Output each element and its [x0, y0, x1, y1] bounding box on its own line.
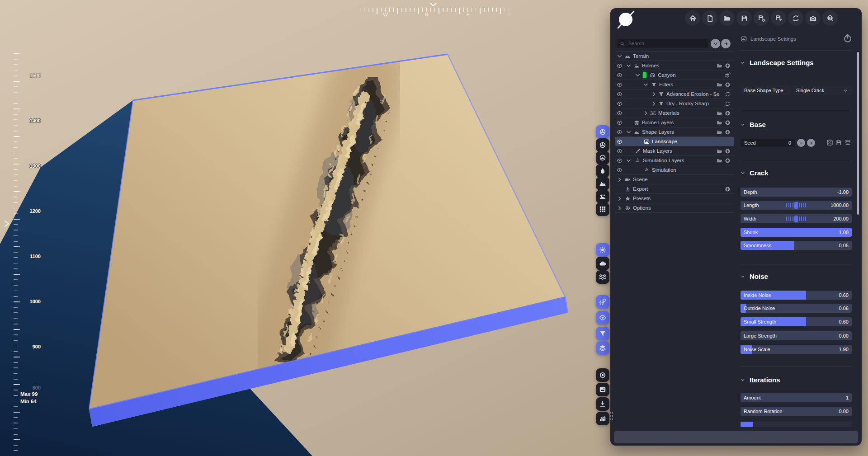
tree-item-simulation[interactable]: Simulation: [615, 165, 734, 174]
inspector-scrollbar[interactable]: [857, 52, 859, 215]
eye-icon[interactable]: [617, 91, 623, 97]
tree-item-materials[interactable]: Materials: [615, 108, 734, 118]
tree-item-mask-layers[interactable]: Mask Layers: [615, 146, 734, 155]
add-icon[interactable]: [725, 148, 731, 154]
tree-item-filters[interactable]: Filters: [615, 80, 734, 89]
filters-button[interactable]: [596, 327, 609, 340]
chevron-right-icon[interactable]: [617, 196, 623, 202]
chevron-down-icon[interactable]: [617, 53, 623, 59]
eye-icon[interactable]: [617, 82, 623, 88]
param-shrink[interactable]: Shrink 1.00: [741, 228, 852, 237]
section-landscape-settings[interactable]: Landscape Settings: [741, 59, 852, 66]
tree-item-export[interactable]: Export: [615, 184, 734, 193]
eye-icon[interactable]: [617, 148, 623, 154]
add-icon[interactable]: [725, 82, 731, 88]
tree-item-simulation-layers[interactable]: Simulation Layers: [615, 155, 734, 165]
tree-item-dry-rocky-sharp[interactable]: Dry - Rocky Sharp: [615, 99, 734, 108]
eye-icon[interactable]: [617, 120, 623, 126]
add-icon[interactable]: [725, 129, 731, 135]
add-icon[interactable]: [725, 158, 731, 164]
seed-presets-button[interactable]: [844, 139, 851, 146]
add-icon[interactable]: [725, 110, 731, 116]
chevron-down-icon[interactable]: [626, 129, 632, 135]
section-base[interactable]: Base: [741, 121, 852, 128]
seed-randomize-button[interactable]: [826, 139, 833, 146]
param-outside-noise[interactable]: Outside Noise 0.06: [741, 304, 852, 313]
tree-item-biome-layers[interactable]: Biome Layers: [615, 118, 734, 127]
param-smoothness[interactable]: Smoothness 0.05: [741, 241, 852, 250]
param-width[interactable]: Width 200.00: [741, 214, 852, 223]
chevron-right-icon[interactable]: [643, 110, 649, 116]
section-crack[interactable]: Crack: [741, 169, 852, 177]
save-button[interactable]: [736, 10, 752, 26]
clouds-button[interactable]: [596, 257, 609, 270]
tree-item-scene[interactable]: Scene: [615, 174, 734, 184]
tree-item-terrain[interactable]: Terrain: [615, 51, 734, 61]
water-view-button[interactable]: [596, 164, 609, 178]
screenshot-button[interactable]: [805, 10, 821, 26]
base-shape-type-dropdown[interactable]: Single Crack: [793, 85, 852, 95]
param-noise-scale[interactable]: Noise Scale 1.90: [741, 345, 852, 354]
scene-view-button[interactable]: [596, 190, 609, 203]
search-input[interactable]: [627, 40, 697, 47]
refresh-icon[interactable]: [725, 91, 731, 97]
tree-item-landscape[interactable]: Landscape: [615, 136, 734, 146]
folder-icon[interactable]: [717, 148, 722, 154]
section-iterations[interactable]: Iterations: [741, 376, 852, 384]
water-button[interactable]: [596, 270, 609, 284]
view-mountain-circle-button[interactable]: [596, 151, 609, 165]
sync-button[interactable]: [788, 10, 803, 26]
chevron-down-icon[interactable]: [626, 63, 632, 69]
inspector-tab[interactable]: Landscape Settings: [741, 34, 852, 44]
eye-icon[interactable]: [617, 110, 623, 116]
folder-icon[interactable]: [717, 110, 722, 116]
search-go-button[interactable]: [721, 39, 731, 48]
processing-button[interactable]: [596, 295, 609, 309]
screenshot-image-button[interactable]: [596, 383, 609, 396]
eye-icon[interactable]: [617, 167, 623, 173]
search-collapse-button[interactable]: [711, 39, 720, 48]
chevron-right-icon[interactable]: [651, 91, 657, 97]
value-scrubber[interactable]: [786, 202, 806, 209]
chevron-right-icon[interactable]: [651, 101, 657, 107]
open-folder-button[interactable]: [719, 10, 735, 26]
folder-icon[interactable]: [717, 82, 722, 88]
eye-icon[interactable]: [617, 101, 623, 107]
folder-icon[interactable]: [717, 129, 722, 135]
chevron-down-icon[interactable]: [635, 72, 641, 78]
layers-button[interactable]: [596, 341, 609, 355]
chevron-down-icon[interactable]: [626, 158, 632, 164]
seed-field[interactable]: Seed 0: [741, 139, 795, 147]
tree-item-presets[interactable]: Presets: [615, 193, 734, 203]
inspector-pin-button[interactable]: [843, 33, 853, 43]
seed-decrement-button[interactable]: [797, 139, 805, 147]
add-icon[interactable]: [725, 186, 731, 192]
view-wheel-button[interactable]: [596, 138, 609, 152]
seed-increment-button[interactable]: [807, 139, 815, 147]
chevron-right-icon[interactable]: [617, 177, 623, 183]
eye-icon[interactable]: [617, 158, 623, 164]
new-file-button[interactable]: [702, 10, 717, 26]
expand-left-panel-chevron-icon[interactable]: [4, 220, 10, 228]
eye-icon[interactable]: [617, 129, 623, 135]
value-scrubber[interactable]: [786, 216, 806, 222]
tree-item-biomes[interactable]: Biomes: [615, 61, 734, 70]
param-length[interactable]: Length 1000.00: [741, 201, 852, 210]
param-small-strength[interactable]: Small Strength 0.60: [741, 317, 852, 326]
tree-item-advanced-erosion[interactable]: Advanced Erosion - Se: [615, 89, 734, 99]
save-edit-button[interactable]: [771, 10, 786, 26]
param-depth[interactable]: Depth -1.00: [741, 188, 852, 197]
eye-icon[interactable]: [617, 72, 623, 78]
save-as-button[interactable]: [754, 10, 769, 26]
grid-view-button[interactable]: [596, 202, 609, 216]
refresh-icon[interactable]: [725, 101, 731, 107]
add-icon[interactable]: [725, 120, 731, 126]
search-bar[interactable]: [617, 39, 708, 48]
tree-item-options[interactable]: Options: [615, 203, 734, 213]
param-large-strength[interactable]: Large Strength 0.00: [741, 331, 852, 340]
chevron-right-icon[interactable]: [617, 205, 623, 211]
visibility-button[interactable]: [596, 311, 609, 324]
folder-icon[interactable]: [717, 120, 722, 126]
param-inside-noise[interactable]: Inside Noise 0.60: [741, 291, 852, 300]
help-button[interactable]: [822, 10, 838, 26]
